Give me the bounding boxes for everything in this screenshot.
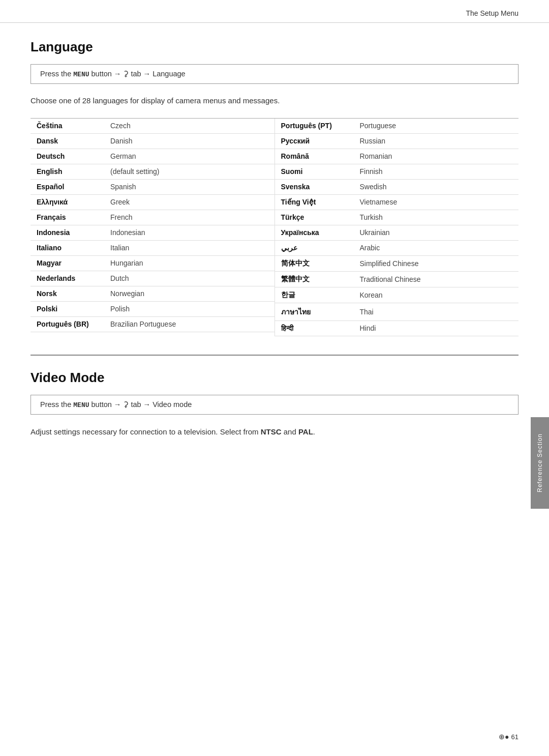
video-mode-section: Video Mode Press the MENU button → ⚳ tab… xyxy=(30,370,518,438)
side-tab-label: Reference Section xyxy=(536,433,543,492)
lang-english: (default setting) xyxy=(104,164,274,179)
lang-native: Română xyxy=(275,149,354,163)
language-row: عربيArabic xyxy=(275,241,519,256)
language-row: 繁體中文Traditional Chinese xyxy=(275,272,519,287)
language-row: Tiếng ViệtVietnamese xyxy=(275,195,519,210)
footer-icon: ⊕● xyxy=(499,733,509,741)
lang-native: हिन्दी xyxy=(275,321,354,336)
section-divider xyxy=(30,355,518,356)
language-row: RomânăRomanian xyxy=(275,149,519,164)
lang-english: Simplified Chinese xyxy=(354,256,519,271)
language-right-column: Português (PT)PortugueseРусскийRussianRo… xyxy=(275,119,519,336)
lang-native: Українська xyxy=(275,225,354,240)
lang-native: 简体中文 xyxy=(275,256,354,271)
lang-native: Svenska xyxy=(275,180,354,194)
lang-native: Tiếng Việt xyxy=(275,195,354,209)
lang-english: Finnish xyxy=(354,164,519,179)
instruction-middle: button → xyxy=(89,70,124,78)
language-row: EspañolSpanish xyxy=(30,180,274,195)
language-row: Português (BR)Brazilian Portuguese xyxy=(30,317,274,332)
language-row: УкраїнськаUkrainian xyxy=(275,225,519,241)
language-left-column: ČeštinaCzechDanskDanishDeutschGermanEngl… xyxy=(30,119,275,336)
language-row: English(default setting) xyxy=(30,164,274,180)
page-number: 61 xyxy=(511,733,518,741)
instruction-prefix: Press the xyxy=(40,70,73,78)
language-row: IndonesiaIndonesian xyxy=(30,225,274,241)
vm-instruction-suffix: tab → Video mode xyxy=(129,400,192,409)
language-title: Language xyxy=(30,39,518,55)
lang-english: Italian xyxy=(104,241,274,255)
language-row: Português (PT)Portuguese xyxy=(275,119,519,134)
lang-native: ภาษาไทย xyxy=(275,303,354,321)
lang-native: Norsk xyxy=(30,286,104,301)
lang-native: Polski xyxy=(30,302,104,316)
lang-english: Korean xyxy=(354,288,519,302)
language-instruction-box: Press the MENU button → ⚳ tab → Language xyxy=(30,64,518,84)
lang-native: Italiano xyxy=(30,241,104,255)
lang-native: Dansk xyxy=(30,134,104,148)
lang-english: Greek xyxy=(104,195,274,209)
language-row: DeutschGerman xyxy=(30,149,274,164)
vm-instruction-prefix: Press the xyxy=(40,400,73,409)
language-row: 한글Korean xyxy=(275,287,519,303)
ntsc-label: NTSC xyxy=(261,427,282,436)
menu-keyword: MENU xyxy=(73,71,89,78)
language-row: ภาษาไทยThai xyxy=(275,303,519,321)
lang-native: Ελληνικά xyxy=(30,195,104,209)
lang-english: Vietnamese xyxy=(354,195,519,209)
lang-english: Dutch xyxy=(104,271,274,285)
lang-native: Русский xyxy=(275,134,354,148)
lang-english: Hindi xyxy=(354,321,519,335)
vm-menu-keyword: MENU xyxy=(73,401,89,409)
language-row: ČeštinaCzech xyxy=(30,119,274,134)
lang-native: Türkçe xyxy=(275,210,354,224)
language-row: PolskiPolish xyxy=(30,302,274,317)
lang-english: German xyxy=(104,149,274,163)
language-row: NederlandsDutch xyxy=(30,271,274,286)
lang-native: 繁體中文 xyxy=(275,272,354,287)
video-mode-title: Video Mode xyxy=(30,370,518,386)
language-section: Language Press the MENU button → ⚳ tab →… xyxy=(30,39,518,336)
reference-section-tab: Reference Section xyxy=(531,417,549,509)
lang-english: Portuguese xyxy=(354,119,519,133)
page-header: The Setup Menu xyxy=(0,0,549,23)
language-row: ΕλληνικάGreek xyxy=(30,195,274,210)
language-row: NorskNorwegian xyxy=(30,286,274,302)
lang-native: 한글 xyxy=(275,287,354,303)
language-row: SuomiFinnish xyxy=(275,164,519,180)
lang-english: French xyxy=(104,210,274,224)
lang-native: Español xyxy=(30,180,104,194)
lang-english: Swedish xyxy=(354,180,519,194)
lang-english: Hungarian xyxy=(104,256,274,270)
lang-english: Indonesian xyxy=(104,225,274,240)
lang-native: Nederlands xyxy=(30,271,104,285)
language-row: MagyarHungarian xyxy=(30,256,274,271)
video-mode-instruction-box: Press the MENU button → ⚳ tab → Video mo… xyxy=(30,395,518,415)
lang-english: Brazilian Portuguese xyxy=(104,317,274,331)
lang-english: Russian xyxy=(354,134,519,148)
instruction-suffix: tab → Language xyxy=(129,70,185,78)
lang-english: Romanian xyxy=(354,149,519,163)
lang-native: Français xyxy=(30,210,104,224)
lang-native: Português (BR) xyxy=(30,317,104,331)
lang-english: Ukrainian xyxy=(354,225,519,240)
language-row: РусскийRussian xyxy=(275,134,519,149)
language-row: SvenskaSwedish xyxy=(275,180,519,195)
language-row: FrançaisFrench xyxy=(30,210,274,225)
lang-native: Čeština xyxy=(30,119,104,133)
lang-native: English xyxy=(30,164,104,179)
lang-english: Danish xyxy=(104,134,274,148)
lang-native: Deutsch xyxy=(30,149,104,163)
video-mode-description: Adjust settings necessary for connection… xyxy=(30,426,518,438)
lang-native: عربي xyxy=(275,241,354,255)
lang-english: Spanish xyxy=(104,180,274,194)
language-row: DanskDanish xyxy=(30,134,274,149)
lang-native: Magyar xyxy=(30,256,104,270)
main-content: Language Press the MENU button → ⚳ tab →… xyxy=(0,23,549,458)
language-row: ItalianoItalian xyxy=(30,241,274,256)
lang-english: Norwegian xyxy=(104,286,274,301)
lang-english: Turkish xyxy=(354,210,519,224)
language-table: ČeštinaCzechDanskDanishDeutschGermanEngl… xyxy=(30,118,518,336)
header-title: The Setup Menu xyxy=(466,9,518,17)
lang-english: Arabic xyxy=(354,241,519,255)
